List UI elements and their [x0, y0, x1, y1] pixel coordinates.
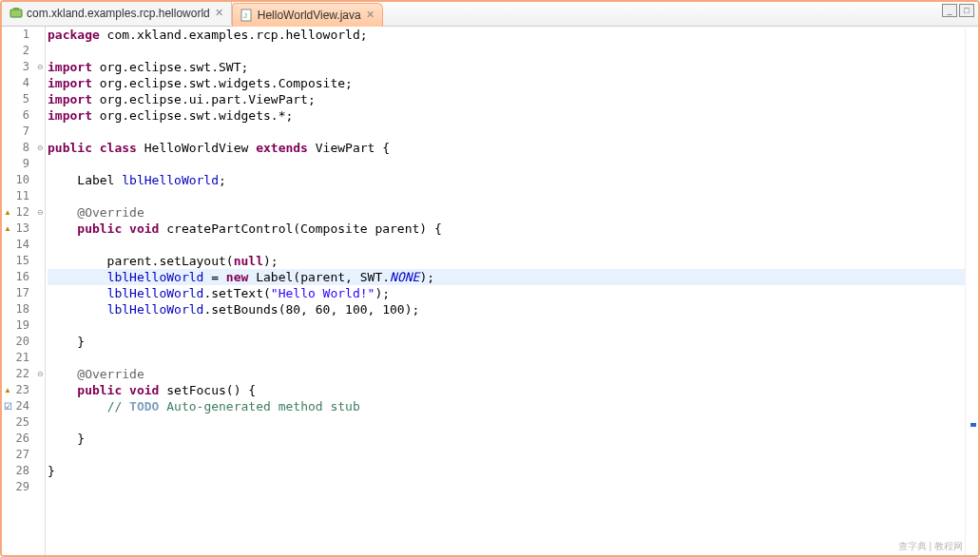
tab-label: com.xkland.examples.rcp.helloworld [27, 7, 210, 20]
code-line[interactable] [48, 317, 965, 334]
fold-toggle[interactable]: ⊖ [35, 204, 45, 221]
gutter-marker[interactable]: ☑ [2, 398, 13, 414]
svg-text:J: J [243, 11, 247, 20]
gutter-marker [2, 479, 13, 495]
gutter-marker [2, 431, 13, 447]
code-line[interactable]: import org.eclipse.ui.part.ViewPart; [48, 91, 965, 107]
fold-toggle [35, 350, 45, 366]
code-line[interactable]: } [48, 431, 965, 447]
gutter-marker [2, 414, 13, 431]
window-controls: _ □ [942, 4, 974, 17]
code-line[interactable]: lblHelloWorld.setText("Hello World!"); [48, 285, 965, 301]
gutter-marker [2, 188, 13, 204]
fold-toggle[interactable]: ⊖ [35, 366, 45, 382]
tab-1[interactable]: JHelloWorldView.java✕ [232, 3, 383, 27]
gutter-marker [2, 350, 13, 366]
line-number: 17 [13, 285, 35, 301]
line-number: 12 [13, 204, 35, 221]
line-number: 1 [13, 27, 35, 43]
line-number: 19 [13, 317, 35, 334]
code-line[interactable]: lblHelloWorld.setBounds(80, 60, 100, 100… [48, 301, 965, 317]
fold-toggle [35, 479, 45, 495]
line-number: 5 [13, 91, 35, 107]
code-line[interactable] [48, 124, 965, 140]
fold-toggle [35, 463, 45, 479]
code-line[interactable]: public class HelloWorldView extends View… [48, 140, 965, 156]
fold-toggle [35, 27, 45, 43]
tab-0[interactable]: com.xkland.examples.rcp.helloworld✕ [2, 2, 232, 25]
code-area[interactable]: package com.xkland.examples.rcp.hellowor… [46, 27, 965, 555]
fold-toggle [35, 253, 45, 269]
code-line[interactable]: // TODO Auto-generated method stub [48, 398, 965, 414]
code-line[interactable]: } [48, 334, 965, 350]
code-line[interactable]: parent.setLayout(null); [48, 253, 965, 269]
code-line[interactable] [48, 447, 965, 463]
code-line[interactable]: import org.eclipse.swt.widgets.Composite… [48, 75, 965, 91]
line-number: 25 [13, 414, 35, 431]
gutter-marker [2, 463, 13, 479]
line-number: 16 [13, 269, 35, 285]
fold-toggle [35, 398, 45, 414]
line-number: 22 [13, 366, 35, 382]
gutter-marker [2, 75, 13, 91]
editor-body: ▲▲▲☑ 12345678910111213141516171819202122… [2, 27, 978, 555]
gutter-marker[interactable]: ▲ [2, 204, 13, 221]
code-line[interactable]: @Override [48, 204, 965, 221]
close-icon[interactable]: ✕ [365, 10, 376, 21]
gutter-marker[interactable]: ▲ [2, 221, 13, 237]
code-line[interactable] [48, 237, 965, 253]
gutter-marker [2, 43, 13, 59]
gutter-marker [2, 124, 13, 140]
code-line[interactable]: package com.xkland.examples.rcp.hellowor… [48, 27, 965, 43]
gutter-marker [2, 334, 13, 350]
code-line[interactable] [48, 414, 965, 431]
line-number: 28 [13, 463, 35, 479]
code-line[interactable]: @Override [48, 366, 965, 382]
overview-mark[interactable] [970, 423, 976, 427]
code-line[interactable] [48, 188, 965, 204]
code-line[interactable] [48, 156, 965, 172]
code-line[interactable]: } [48, 463, 965, 479]
line-number: 8 [13, 140, 35, 156]
fold-toggle [35, 431, 45, 447]
gutter-marker [2, 447, 13, 463]
code-line[interactable] [48, 479, 965, 495]
code-line[interactable]: Label lblHelloWorld; [48, 172, 965, 188]
overview-ruler[interactable] [965, 27, 978, 555]
gutter-marker[interactable]: ▲ [2, 382, 13, 398]
marker-column: ▲▲▲☑ [2, 27, 13, 555]
code-line[interactable]: public void createPartControl(Composite … [48, 221, 965, 237]
fold-toggle [35, 107, 45, 124]
gutter-marker [2, 91, 13, 107]
minimize-button[interactable]: _ [942, 4, 957, 17]
code-line[interactable]: lblHelloWorld = new Label(parent, SWT.NO… [48, 269, 965, 285]
code-line[interactable] [48, 43, 965, 59]
fold-toggle [35, 172, 45, 188]
gutter-marker [2, 253, 13, 269]
line-number: 20 [13, 334, 35, 350]
line-number: 24 [13, 398, 35, 414]
fold-toggle [35, 285, 45, 301]
gutter-marker [2, 366, 13, 382]
line-number: 27 [13, 447, 35, 463]
fold-toggle [35, 91, 45, 107]
tab-bar: com.xkland.examples.rcp.helloworld✕JHell… [2, 2, 978, 27]
gutter-marker [2, 285, 13, 301]
maximize-button[interactable]: □ [959, 4, 974, 17]
gutter-marker [2, 156, 13, 172]
code-line[interactable]: import org.eclipse.swt.widgets.*; [48, 107, 965, 124]
line-number: 23 [13, 382, 35, 398]
code-line[interactable] [48, 350, 965, 366]
fold-toggle [35, 75, 45, 91]
java-file-icon: J [240, 9, 254, 22]
fold-toggle[interactable]: ⊖ [35, 59, 45, 75]
line-number: 13 [13, 221, 35, 237]
fold-toggle[interactable]: ⊖ [35, 140, 45, 156]
code-line[interactable]: public void setFocus() { [48, 382, 965, 398]
line-number: 15 [13, 253, 35, 269]
fold-column: ⊖⊖⊖⊖ [35, 27, 45, 555]
code-line[interactable]: import org.eclipse.swt.SWT; [48, 59, 965, 75]
line-number: 7 [13, 124, 35, 140]
fold-toggle [35, 317, 45, 334]
close-icon[interactable]: ✕ [214, 8, 225, 19]
